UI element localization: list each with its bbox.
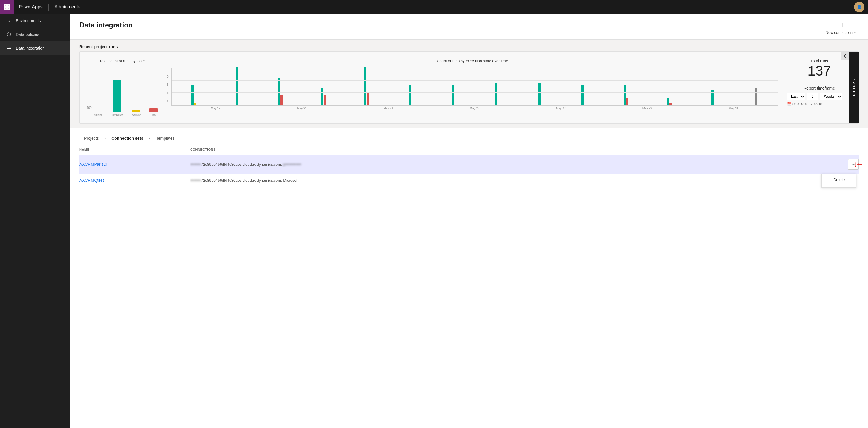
app-grid-button[interactable] xyxy=(0,0,14,14)
chart1-title: Total count of runs by state xyxy=(87,59,158,63)
table-row[interactable]: AXCRMQtest ••••••••72e89be456dfd4c86aos.… xyxy=(80,174,859,187)
timeframe-unit-select[interactable]: Weeks Days xyxy=(820,93,842,100)
tab-dot-1: ● xyxy=(103,138,107,140)
sidebar-item-label: Environments xyxy=(16,19,41,23)
report-timeframe-block: Report timeframe Last Weeks Days 📅 xyxy=(787,86,851,106)
section-label-recent-runs: Recent project runs xyxy=(70,40,868,51)
context-menu-delete[interactable]: 🗑 Delete xyxy=(822,174,856,186)
data-integration-icon: ⇌ xyxy=(6,45,12,51)
sidebar-item-label: Data integration xyxy=(16,46,44,51)
delete-icon: 🗑 xyxy=(826,177,830,182)
calendar-icon: 📅 xyxy=(787,102,791,106)
topbar-divider xyxy=(49,3,49,10)
timeframe-controls: Last Weeks Days xyxy=(787,93,851,100)
chart2-y-labels: 15 10 5 0 xyxy=(167,75,170,110)
filters-tab[interactable]: FILTERS xyxy=(849,52,859,123)
tabs-section: Projects ● Connection sets ● Templates xyxy=(70,128,868,144)
total-runs-block: Total runs 137 xyxy=(787,59,851,79)
cell-row2-name: AXCRMQtest xyxy=(80,178,190,183)
report-timeframe-label: Report timeframe xyxy=(787,86,851,90)
context-menu: 🗑 Delete xyxy=(821,174,856,188)
sidebar-item-data-integration[interactable]: ⇌ Data integration xyxy=(0,41,70,55)
chart-block-state: Total count of runs by state 100 0 Runni… xyxy=(87,59,158,116)
cell-row2-connections: ••••••••72e89be456dfd4c86aos.cloudax.dyn… xyxy=(190,178,841,183)
timeframe-last-select[interactable]: Last xyxy=(787,93,805,100)
more-options-button[interactable]: ··· xyxy=(848,159,859,170)
table-header: NAME ↑ CONNECTIONS xyxy=(80,144,859,155)
bar-error: Error xyxy=(149,108,158,116)
plus-icon: + xyxy=(840,21,844,29)
tab-projects[interactable]: Projects xyxy=(80,133,103,144)
sidebar-item-data-policies[interactable]: ⬡ Data policies xyxy=(0,27,70,41)
col-header-name: NAME ↑ xyxy=(80,148,190,151)
collapse-icon: ❮ xyxy=(843,54,846,58)
new-connection-label: New connection set xyxy=(826,30,859,35)
avatar-initials: 👤 xyxy=(857,5,862,9)
environments-icon: ○ xyxy=(6,18,12,23)
total-runs-value: 137 xyxy=(787,63,851,79)
table-section: NAME ↑ CONNECTIONS AXCRMParisDI ••••••••… xyxy=(70,144,868,187)
timeframe-number-input[interactable] xyxy=(807,93,818,100)
page-title: Data integration xyxy=(80,21,133,29)
chart2-title: Count of runs by execution state over ti… xyxy=(167,59,778,63)
tabs-row: Projects ● Connection sets ● Templates xyxy=(80,128,859,144)
avatar[interactable]: 👤 xyxy=(854,2,865,12)
chart-container: Total count of runs by state 100 0 Runni… xyxy=(80,51,859,124)
new-connection-button[interactable]: + New connection set xyxy=(826,21,859,35)
bar-running: Running xyxy=(93,112,103,116)
chart1-y-labels: 100 0 xyxy=(87,82,92,116)
tab-templates[interactable]: Templates xyxy=(151,133,180,144)
chart-block-timeseries: Count of runs by execution state over ti… xyxy=(167,59,778,110)
tab-dot-2: ● xyxy=(148,138,151,140)
tab-connection-sets[interactable]: Connection sets xyxy=(107,133,148,144)
main-content: Data integration + New connection set Re… xyxy=(70,0,868,428)
chart1-bars: Running Completed Warning xyxy=(93,84,158,116)
cell-row1-name: AXCRMParisDI xyxy=(80,162,190,166)
delete-label: Delete xyxy=(833,177,845,182)
sidebar-item-environments[interactable]: ○ Environments xyxy=(0,14,70,27)
stats-section: Total runs 137 Report timeframe Last Wee… xyxy=(787,59,851,106)
collapse-button[interactable]: ❮ xyxy=(841,52,849,60)
timeframe-date-range: 📅 5/19/2018 - 6/1/2018 xyxy=(787,102,851,106)
sidebar-item-label: Data policies xyxy=(16,32,39,37)
topbar-section: Admin center xyxy=(50,4,87,10)
topbar-right: 👤 xyxy=(854,2,868,12)
bar-completed: Completed xyxy=(111,80,123,116)
cell-row1-connections: ••••••••72e89be456dfd4c86aos.cloudax.dyn… xyxy=(190,162,841,166)
topbar: PowerApps Admin center 👤 xyxy=(0,0,868,14)
table-row[interactable]: AXCRMParisDI ••••••••72e89be456dfd4c86ao… xyxy=(80,155,859,174)
app-name: PowerApps xyxy=(14,4,47,10)
chart-section: Total count of runs by state 100 0 Runni… xyxy=(70,51,868,128)
page-header: Data integration + New connection set xyxy=(70,14,868,40)
col-header-connections: CONNECTIONS xyxy=(190,148,841,151)
cell-row1-actions: ··· xyxy=(841,159,859,170)
bar-warning: Warning xyxy=(132,110,141,116)
data-policies-icon: ⬡ xyxy=(6,31,12,37)
filters-label: FILTERS xyxy=(852,79,856,96)
sidebar: ○ Environments ⬡ Data policies ⇌ Data in… xyxy=(0,0,70,428)
grid-icon xyxy=(4,4,10,10)
